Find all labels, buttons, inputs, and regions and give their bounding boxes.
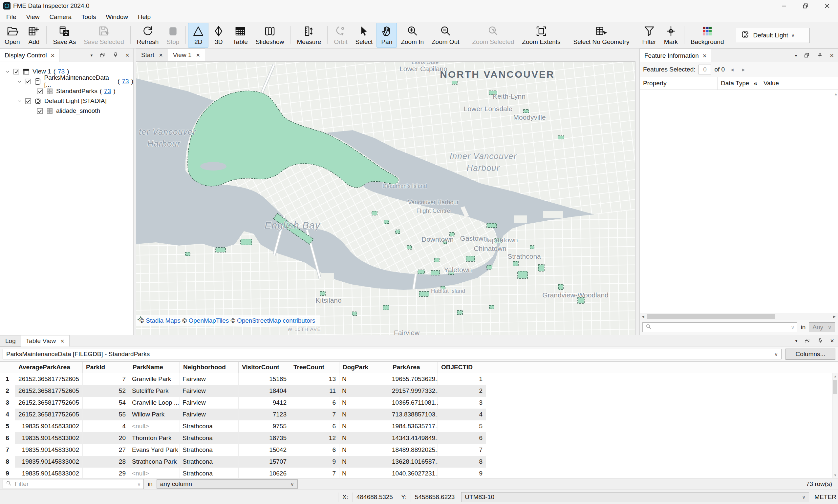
row-number[interactable]: 8 (0, 456, 15, 468)
pin-panel-icon[interactable] (112, 52, 119, 58)
table-vscrollbar[interactable]: ▴ ▾ (832, 373, 838, 478)
cell-averageparkarea[interactable]: 26152.365817752605 (15, 409, 83, 420)
row-number[interactable]: 2 (0, 385, 15, 397)
toolbar-pan-button[interactable]: Pan (376, 23, 397, 48)
row-number[interactable]: 6 (0, 432, 15, 444)
scroll-down-icon[interactable]: ▾ (833, 473, 838, 478)
cell-parkarea[interactable]: 713.838857103... (389, 409, 438, 420)
checkbox-checked-icon[interactable] (36, 88, 43, 95)
tree-item-default-light-stadia[interactable]: Default Light [STADIA] (2, 96, 133, 106)
cell-visitorcount[interactable]: 7123 (239, 409, 290, 420)
selected-count-field[interactable]: 0 (699, 65, 711, 74)
cell-parkname[interactable]: Thornton Park (129, 432, 180, 444)
scroll-right-icon[interactable]: ▸ (831, 313, 838, 319)
column-header-objectid[interactable]: OBJECTID (438, 362, 486, 373)
attribution-link-openstreetmap-contributors[interactable]: OpenStreetMap contributors (237, 317, 315, 324)
map-view[interactable]: Lions GateLower CapilanoNORTH VANCOUVERK… (136, 62, 635, 335)
table-row[interactable]: 819835.9014583300228Strathcona ParkStrat… (0, 456, 486, 468)
row-number[interactable]: 4 (0, 409, 15, 420)
cell-neighborhood[interactable]: Fairview (180, 385, 239, 397)
close-button[interactable] (816, 0, 838, 12)
cell-treecount[interactable]: 11 (290, 385, 339, 397)
feature-info-tab[interactable]: Feature Information × (640, 49, 711, 62)
cell-dogpark[interactable]: N (339, 373, 389, 385)
cell-visitorcount[interactable]: 10626 (239, 468, 290, 478)
close-icon[interactable]: × (61, 338, 64, 344)
cell-parkid[interactable]: 7 (83, 373, 129, 385)
feature-search-input[interactable]: ∨ (643, 322, 797, 332)
cell-parkid[interactable]: 4 (83, 420, 129, 432)
scroll-up-icon[interactable]: ▴ (835, 91, 837, 96)
cell-objectid[interactable]: 2 (438, 385, 486, 397)
panel-menu-icon[interactable]: ▾ (795, 338, 798, 343)
menu-camera[interactable]: Camera (44, 12, 76, 22)
close-panel-icon[interactable]: × (125, 52, 129, 59)
cell-treecount[interactable]: 9 (290, 456, 339, 468)
cell-neighborhood[interactable]: Strathcona (180, 468, 239, 478)
checkbox-checked-icon[interactable] (36, 108, 43, 114)
menu-tools[interactable]: Tools (76, 12, 101, 22)
cell-objectid[interactable]: 7 (438, 444, 486, 456)
column-header-neighborhood[interactable]: Neighborhood (180, 362, 239, 373)
cell-averageparkarea[interactable]: 19835.90145833002 (15, 432, 83, 444)
cell-treecount[interactable]: 6 (290, 444, 339, 456)
close-panel-icon[interactable]: × (830, 337, 834, 345)
filter-scope-select[interactable]: any column ∨ (157, 480, 298, 489)
toolbar-save-selected-button[interactable]: Save Selected (80, 23, 128, 48)
cell-averageparkarea[interactable]: 19835.90145833002 (15, 456, 83, 468)
feature-info-hscrollbar[interactable]: ◂ ▸ (640, 313, 838, 320)
cell-parkarea[interactable]: 13628.1016587... (389, 456, 438, 468)
minimize-button[interactable] (773, 0, 795, 12)
attribution-link-stadia-maps[interactable]: Stadia Maps (146, 317, 181, 324)
cell-parkarea[interactable]: 1040.36027231... (389, 468, 438, 478)
toolbar-measure-button[interactable]: Measure (293, 23, 325, 48)
toolbar-add-button[interactable]: Add (24, 23, 44, 48)
row-number[interactable]: 5 (0, 420, 15, 432)
toolbar-open-button[interactable]: Open (1, 23, 24, 48)
cell-dogpark[interactable]: N (339, 444, 389, 456)
cell-neighborhood[interactable]: Strathcona (180, 420, 239, 432)
cell-objectid[interactable]: 1 (438, 373, 486, 385)
cell-parkarea[interactable]: 10365.6711081... (389, 397, 438, 409)
value-column-header[interactable]: Value (760, 77, 838, 90)
cell-parkname[interactable]: Granville Loop ... (129, 397, 180, 409)
cell-averageparkarea[interactable]: 19835.90145833002 (15, 444, 83, 456)
cell-parkname[interactable]: Strathcona Park (129, 456, 180, 468)
cell-neighborhood[interactable]: Fairview (180, 373, 239, 385)
cell-parkname[interactable]: Granville Park (129, 373, 180, 385)
tree-item-parksmaintenancedata[interactable]: ParksMaintenanceData [... ( 73 ) (2, 76, 133, 86)
column-header-dogpark[interactable]: DogPark (339, 362, 389, 373)
close-icon[interactable]: × (51, 52, 55, 59)
table-row[interactable]: 519835.901458330024<null>Strathcona97556… (0, 420, 486, 432)
table-row[interactable]: 226152.36581775260552Sutcliffe ParkFairv… (0, 385, 486, 397)
table-row[interactable]: 126152.3658177526057Granville ParkFairvi… (0, 373, 486, 385)
toolbar-3d-button[interactable]: 3D (208, 23, 229, 48)
toolbar-slideshow-button[interactable]: Slideshow (252, 23, 288, 48)
next-feature-icon[interactable]: ▸ (739, 66, 748, 73)
cell-visitorcount[interactable]: 18735 (239, 432, 290, 444)
cell-averageparkarea[interactable]: 26152.365817752605 (15, 373, 83, 385)
toolbar-zoom-extents-button[interactable]: Zoom Extents (518, 23, 564, 48)
cell-neighborhood[interactable]: Strathcona (180, 444, 239, 456)
cell-parkid[interactable]: 27 (83, 444, 129, 456)
cell-treecount[interactable]: 7 (290, 468, 339, 478)
column-header-parkarea[interactable]: ParkArea (389, 362, 438, 373)
cell-averageparkarea[interactable]: 26152.365817752605 (15, 397, 83, 409)
toolbar-refresh-button[interactable]: Refresh (133, 23, 163, 48)
cell-parkname[interactable]: Willow Park (129, 409, 180, 420)
toolbar-2d-button[interactable]: 2D (188, 23, 208, 48)
cell-parkarea[interactable]: 19655.7053629... (389, 373, 438, 385)
cell-visitorcount[interactable]: 15707 (239, 456, 290, 468)
cell-dogpark[interactable]: N (339, 385, 389, 397)
property-column-header[interactable]: Property (640, 77, 718, 90)
pin-panel-icon[interactable] (817, 338, 824, 344)
view-tab-start[interactable]: Start× (136, 49, 168, 61)
cell-visitorcount[interactable]: 9755 (239, 420, 290, 432)
menu-file[interactable]: File (1, 12, 21, 22)
search-scope-select[interactable]: Any ∨ (809, 322, 835, 332)
menu-help[interactable]: Help (133, 12, 156, 22)
toolbar-zoom-in-button[interactable]: Zoom In (397, 23, 428, 48)
close-panel-icon[interactable]: × (830, 52, 834, 59)
cell-dogpark[interactable]: N (339, 468, 389, 478)
cell-parkid[interactable]: 52 (83, 385, 129, 397)
